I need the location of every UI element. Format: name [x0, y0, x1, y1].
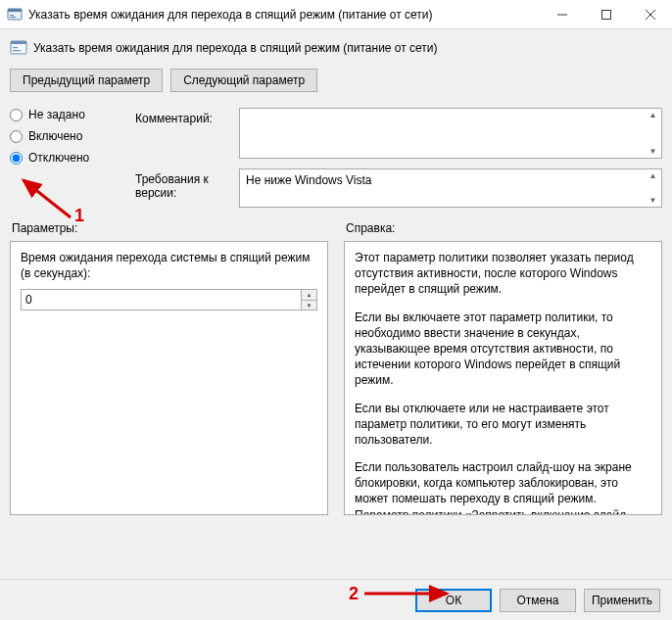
chevron-up-icon: ▲ — [649, 111, 657, 119]
svg-rect-3 — [10, 17, 16, 18]
window-title: Указать время ожидания для перехода в сп… — [28, 8, 540, 22]
dialog-footer: ОК Отмена Применить — [0, 579, 672, 620]
help-box: Этот параметр политики позволяет указать… — [344, 241, 662, 515]
fields-column: Комментарий: ▲ ▼ Требования к версии: Не… — [135, 108, 662, 208]
help-pane: Справка: Этот параметр политики позволяе… — [344, 221, 662, 515]
radio-enabled[interactable]: Включено — [10, 129, 125, 143]
help-paragraph: Если пользователь настроил слайд-шоу на … — [355, 459, 640, 515]
requirements-value: Не ниже Windows Vista — [246, 173, 372, 187]
spin-up-button[interactable]: ▲ — [302, 290, 316, 301]
policy-icon — [10, 39, 27, 57]
help-paragraph: Если вы включаете этот параметр политики… — [355, 310, 640, 389]
next-setting-button[interactable]: Следующий параметр — [170, 69, 317, 92]
help-paragraph: Этот параметр политики позволяет указать… — [355, 250, 640, 298]
radio-not-configured-label: Не задано — [28, 108, 85, 121]
maximize-button[interactable] — [584, 0, 628, 29]
app-icon — [7, 7, 23, 23]
requirements-box: Не ниже Windows Vista ▲ ▼ — [239, 168, 662, 208]
header-row: Указать время ожидания для перехода в сп… — [10, 39, 662, 57]
radio-disabled-label: Отключено — [28, 151, 89, 165]
options-pane: Параметры: Время ожидания перехода систе… — [10, 221, 328, 515]
chevron-down-icon: ▼ — [649, 147, 657, 156]
state-radios: Не задано Включено Отключено — [10, 108, 125, 208]
svg-rect-1 — [8, 9, 22, 12]
svg-rect-4 — [601, 10, 610, 19]
cancel-button[interactable]: Отмена — [500, 589, 576, 612]
requirements-scrollbar: ▲ ▼ — [645, 169, 661, 207]
radio-enabled-label: Включено — [28, 129, 82, 143]
svg-rect-6 — [11, 41, 26, 44]
minimize-button[interactable] — [540, 0, 584, 29]
comment-row: Комментарий: ▲ ▼ — [135, 108, 662, 159]
page-title: Указать время ожидания для перехода в сп… — [33, 41, 438, 55]
comment-input[interactable]: ▲ ▼ — [239, 108, 662, 159]
param-label: Время ожидания перехода системы в спящий… — [21, 250, 317, 281]
close-button[interactable] — [628, 0, 672, 29]
chevron-down-icon: ▼ — [649, 196, 657, 205]
help-paragraph: Если вы отключаете или не настраиваете э… — [355, 401, 640, 449]
seconds-input[interactable] — [21, 289, 301, 310]
seconds-spinner[interactable]: ▲ ▼ — [21, 289, 317, 310]
requirements-row: Требования к версии: Не ниже Windows Vis… — [135, 168, 662, 208]
svg-rect-2 — [10, 15, 14, 16]
help-label: Справка: — [344, 221, 662, 235]
prev-setting-button[interactable]: Предыдущий параметр — [10, 69, 163, 92]
options-label: Параметры: — [10, 221, 328, 235]
radio-enabled-input[interactable] — [10, 130, 23, 143]
requirements-label: Требования к версии: — [135, 168, 233, 200]
spin-down-button[interactable]: ▼ — [302, 301, 316, 310]
radio-not-configured[interactable]: Не задано — [10, 108, 125, 121]
content-area: Указать время ожидания для перехода в сп… — [0, 29, 672, 579]
lower-section: Параметры: Время ожидания перехода систе… — [10, 221, 662, 515]
radio-not-configured-input[interactable] — [10, 109, 23, 121]
options-box: Время ожидания перехода системы в спящий… — [10, 241, 328, 515]
radio-disabled[interactable]: Отключено — [10, 151, 125, 165]
ok-button[interactable]: ОК — [415, 589, 492, 612]
comment-scrollbar: ▲ ▼ — [645, 109, 661, 158]
comment-label: Комментарий: — [135, 108, 233, 125]
nav-buttons: Предыдущий параметр Следующий параметр — [10, 69, 662, 92]
upper-section: Не задано Включено Отключено Комментарий… — [10, 108, 662, 208]
svg-rect-8 — [13, 50, 21, 51]
spinner-buttons: ▲ ▼ — [301, 289, 317, 310]
radio-disabled-input[interactable] — [10, 152, 23, 165]
window-titlebar: Указать время ожидания для перехода в сп… — [0, 0, 672, 29]
chevron-up-icon: ▲ — [649, 171, 657, 180]
apply-button[interactable]: Применить — [584, 589, 660, 612]
svg-rect-7 — [13, 47, 18, 48]
